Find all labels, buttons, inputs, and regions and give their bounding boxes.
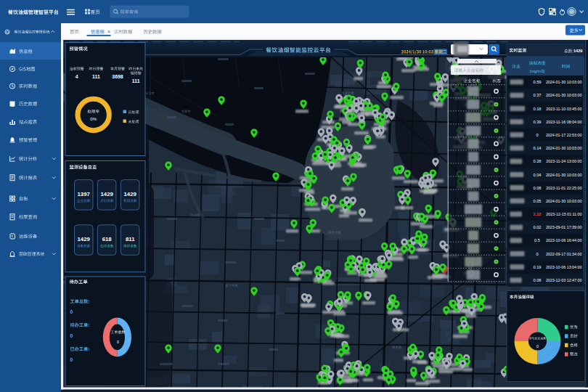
svg-text:0.19: 0.19 — [533, 265, 541, 269]
svg-text:0%: 0% — [90, 117, 97, 121]
svg-text:111: 111 — [92, 74, 100, 79]
svg-text:4: 4 — [75, 74, 78, 79]
svg-text:811: 811 — [126, 236, 135, 242]
svg-text:1397: 1397 — [78, 191, 90, 197]
svg-text:0.37: 0.37 — [533, 93, 541, 97]
svg-text:0.04: 0.04 — [533, 173, 541, 177]
svg-text:0.02: 0.02 — [533, 225, 541, 229]
svg-text:2023-11-01 22:25:00: 2023-11-01 22:25:00 — [546, 186, 581, 190]
svg-text:3698: 3698 — [112, 74, 123, 79]
svg-text:2024-01-30 10:03:00: 2024-01-30 10:03:00 — [546, 80, 582, 84]
svg-text:2024-01-30 10:03:00: 2024-01-30 10:03:00 — [546, 173, 582, 177]
svg-text:0: 0 — [536, 133, 538, 137]
svg-text:2023-11-10 03:45:00: 2023-11-10 03:45:00 — [546, 107, 581, 111]
svg-text:0.5: 0.5 — [534, 238, 540, 242]
svg-text:618: 618 — [102, 236, 113, 242]
svg-text:0.05: 0.05 — [533, 199, 541, 203]
svg-text:(mg/m3): (mg/m3) — [530, 69, 545, 73]
svg-text:0.08: 0.08 — [533, 186, 541, 190]
svg-text:0.08: 0.08 — [533, 278, 541, 282]
svg-text:0.39: 0.39 — [533, 120, 541, 124]
svg-text:2023-09-01 17:39:00: 2023-09-01 17:39:00 — [546, 225, 582, 229]
svg-text:0.59: 0.59 — [533, 80, 541, 84]
svg-text:1429: 1429 — [78, 236, 91, 242]
svg-text:0: 0 — [70, 333, 73, 338]
svg-text:2023-12-03 12:47:00: 2023-12-03 12:47:00 — [546, 278, 582, 282]
svg-text:0: 0 — [117, 340, 119, 344]
svg-text:2024-01-17 22:53:00: 2024-01-17 22:53:00 — [546, 133, 582, 137]
svg-text:2023-12-15 01:11:00: 2023-12-15 01:11:00 — [546, 212, 581, 216]
svg-text:0: 0 — [70, 357, 73, 362]
svg-text:0.18: 0.18 — [533, 107, 541, 111]
svg-text:2024-01-30 10:03:00: 2024-01-30 10:03:00 — [546, 93, 582, 97]
svg-text:0.28: 0.28 — [533, 159, 541, 163]
svg-text:2024-01-30 10:03:00: 2024-01-30 10:03:00 — [546, 199, 582, 203]
svg-text:0.14: 0.14 — [533, 146, 541, 150]
svg-text:2022-09-17 01:34:00: 2022-09-17 01:34:00 — [546, 252, 582, 256]
svg-text:×: × — [107, 29, 110, 34]
svg-text:0: 0 — [536, 252, 538, 256]
svg-text:1429: 1429 — [101, 191, 114, 197]
svg-text:2023-11-24 13:00:00: 2023-11-24 13:00:00 — [546, 159, 581, 163]
svg-text:2023-10-06 16:44:00: 2023-10-06 16:44:00 — [546, 238, 582, 242]
svg-text:1429: 1429 — [573, 49, 582, 53]
svg-text:2024-01-30 10:03:00: 2024-01-30 10:03:00 — [546, 146, 582, 150]
svg-text:2023-11-16 08:04:00: 2023-11-16 08:04:00 — [546, 120, 581, 124]
svg-text:0: 0 — [70, 309, 73, 314]
svg-text:111: 111 — [132, 78, 140, 83]
svg-text:2023-10-06 13:04:00: 2023-10-06 13:04:00 — [546, 265, 582, 269]
svg-text:1429: 1429 — [124, 191, 137, 197]
svg-text:0: 0 — [536, 344, 539, 348]
svg-text:2.22: 2.22 — [533, 212, 541, 216]
